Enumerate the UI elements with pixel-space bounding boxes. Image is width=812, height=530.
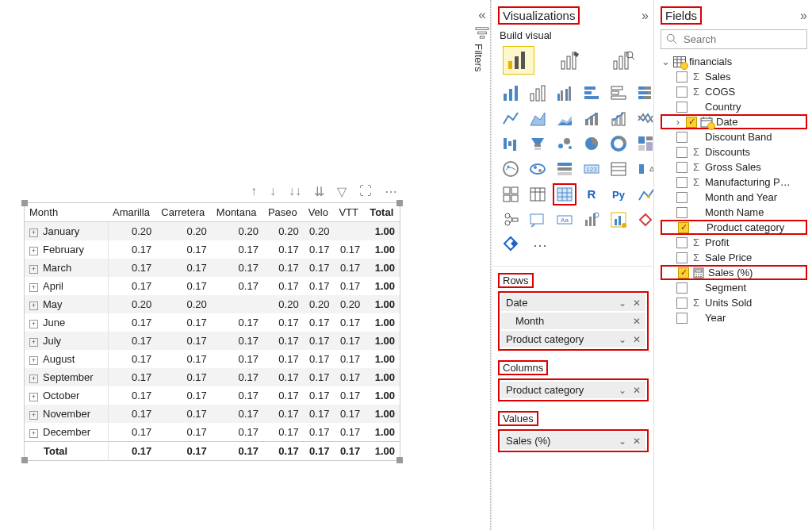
chevron-down-icon[interactable]: ⌄ xyxy=(619,334,626,345)
field-item[interactable]: Segment xyxy=(661,280,807,295)
table-row[interactable]: +June0.170.170.170.170.170.171.00 xyxy=(25,313,400,332)
viz-type-icon[interactable] xyxy=(527,108,549,129)
table-row[interactable]: +September0.170.170.170.170.170.171.00 xyxy=(25,368,400,386)
viz-type-icon[interactable] xyxy=(500,83,522,103)
viz-type-icon[interactable] xyxy=(607,83,630,103)
field-checkbox[interactable] xyxy=(676,132,688,143)
field-checkbox[interactable] xyxy=(676,192,688,203)
row-header[interactable]: +October xyxy=(25,386,108,405)
field-checkbox[interactable] xyxy=(676,282,688,294)
field-item[interactable]: ΣUnits Sold xyxy=(661,295,807,310)
row-header[interactable]: +June xyxy=(25,313,108,332)
viz-type-icon[interactable] xyxy=(527,133,549,154)
well-item[interactable]: Date⌄✕ xyxy=(501,294,645,311)
viz-type-icon[interactable] xyxy=(500,133,522,154)
power-apps-visual-icon[interactable] xyxy=(501,235,522,255)
column-header[interactable]: Month xyxy=(25,203,108,222)
search-input[interactable] xyxy=(682,33,802,46)
viz-type-icon[interactable] xyxy=(580,108,603,129)
table-row[interactable]: +January0.200.200.200.200.201.00 xyxy=(25,222,400,241)
row-header[interactable]: +February xyxy=(25,240,108,259)
table-row[interactable]: +May0.200.200.200.200.201.00 xyxy=(25,295,400,313)
viz-type-icon[interactable] xyxy=(553,83,576,103)
expand-row-icon[interactable]: + xyxy=(29,320,38,328)
table-row[interactable]: +March0.170.170.170.170.170.171.00 xyxy=(25,259,400,277)
fields-search[interactable] xyxy=(661,29,807,49)
viz-type-icon[interactable]: Py xyxy=(607,184,630,205)
row-header[interactable]: +September xyxy=(25,368,108,386)
chevron-right-icon[interactable]: › xyxy=(673,116,683,128)
field-checkbox[interactable]: ✓ xyxy=(678,222,689,233)
column-header[interactable]: Carretera xyxy=(156,203,212,222)
viz-type-icon[interactable] xyxy=(553,184,576,205)
column-header[interactable]: Amarilla xyxy=(108,203,156,222)
expand-row-icon[interactable]: + xyxy=(29,265,38,274)
chevron-down-icon[interactable]: ⌄ xyxy=(619,385,626,396)
expand-row-icon[interactable]: + xyxy=(29,393,38,401)
viz-type-icon[interactable] xyxy=(634,108,653,129)
focus-mode-icon[interactable]: ⛶ xyxy=(359,184,372,199)
field-checkbox[interactable] xyxy=(676,252,688,263)
column-header[interactable]: Total xyxy=(365,203,400,222)
viz-type-icon[interactable]: Δ xyxy=(634,159,653,179)
filter-icon[interactable]: ▽ xyxy=(337,184,347,199)
field-item[interactable]: Year xyxy=(661,310,807,325)
field-checkbox[interactable] xyxy=(676,86,688,98)
remove-field-icon[interactable]: ✕ xyxy=(633,436,641,447)
field-well-rows[interactable]: Date⌄✕Month✕Product category⌄✕ xyxy=(498,291,649,351)
expand-row-icon[interactable]: + xyxy=(29,247,38,255)
filters-pane-collapsed[interactable]: « Filters xyxy=(473,8,492,71)
field-item[interactable]: Month and Year xyxy=(661,190,807,205)
remove-field-icon[interactable]: ✕ xyxy=(633,334,641,345)
row-header[interactable]: +March xyxy=(25,259,108,277)
expand-row-icon[interactable]: + xyxy=(29,429,38,438)
table-row[interactable]: +October0.170.170.170.170.170.171.00 xyxy=(25,386,400,405)
field-item[interactable]: ΣDiscounts xyxy=(661,144,807,159)
viz-type-icon[interactable] xyxy=(634,209,653,230)
field-well-values[interactable]: Sales (%)⌄✕ xyxy=(498,429,649,452)
viz-type-icon[interactable] xyxy=(580,83,603,103)
expand-row-icon[interactable]: + xyxy=(29,301,38,310)
viz-type-icon[interactable] xyxy=(553,133,576,154)
viz-type-icon[interactable]: R xyxy=(580,184,603,205)
viz-type-icon[interactable] xyxy=(607,159,630,179)
table-row[interactable]: +February0.170.170.170.170.170.171.00 xyxy=(25,240,400,259)
viz-type-icon[interactable]: Aa xyxy=(553,209,576,230)
build-visual-tab[interactable] xyxy=(503,46,534,75)
field-item[interactable]: Month Name xyxy=(661,205,807,220)
viz-type-icon[interactable]: 123 xyxy=(580,159,603,179)
field-item[interactable]: ΣSales xyxy=(661,69,807,84)
expand-left-icon[interactable]: « xyxy=(473,8,492,21)
expand-row-icon[interactable]: + xyxy=(29,283,38,292)
field-checkbox[interactable] xyxy=(676,298,688,309)
well-item[interactable]: Sales (%)⌄✕ xyxy=(501,432,645,449)
column-header[interactable]: Montana xyxy=(212,203,263,222)
report-canvas[interactable]: « Filters ↑ ↓ ↓↓ ⇊ ▽ ⛶ ⋯ MonthAmarillaCa… xyxy=(0,0,491,530)
chevron-down-icon[interactable]: ⌄ xyxy=(661,56,670,67)
row-header[interactable]: +August xyxy=(25,350,108,368)
row-header[interactable]: +December xyxy=(25,423,108,442)
expand-row-icon[interactable]: + xyxy=(29,338,38,347)
field-checkbox[interactable] xyxy=(676,177,688,188)
analytics-tab[interactable] xyxy=(607,46,639,75)
drill-down-all-icon[interactable]: ↓↓ xyxy=(289,184,301,199)
viz-type-icon[interactable] xyxy=(607,209,630,230)
column-header[interactable]: Velo xyxy=(304,203,335,222)
matrix-visual[interactable]: MonthAmarillaCarreteraMontanaPaseoVeloVT… xyxy=(24,202,400,461)
expand-hierarchy-icon[interactable]: ⇊ xyxy=(314,184,324,199)
well-item[interactable]: Month✕ xyxy=(501,313,645,329)
more-visuals-icon[interactable]: ⋯ xyxy=(533,236,549,254)
row-header[interactable]: +April xyxy=(25,277,108,295)
table-row[interactable]: +August0.170.170.170.170.170.171.00 xyxy=(25,350,400,368)
field-checkbox[interactable]: ✓ xyxy=(678,267,689,278)
chevron-down-icon[interactable]: ⌄ xyxy=(619,436,626,447)
field-item[interactable]: Discount Band xyxy=(661,129,807,144)
field-checkbox[interactable] xyxy=(676,237,688,248)
field-checkbox[interactable] xyxy=(676,102,688,113)
sort-desc-icon[interactable]: ↓ xyxy=(270,184,276,199)
viz-type-icon[interactable] xyxy=(553,108,576,129)
collapse-pane-icon[interactable]: » xyxy=(642,9,649,23)
field-checkbox[interactable] xyxy=(676,207,688,218)
table-row[interactable]: +December0.170.170.170.170.170.171.00 xyxy=(25,423,400,442)
field-checkbox[interactable] xyxy=(676,71,688,83)
